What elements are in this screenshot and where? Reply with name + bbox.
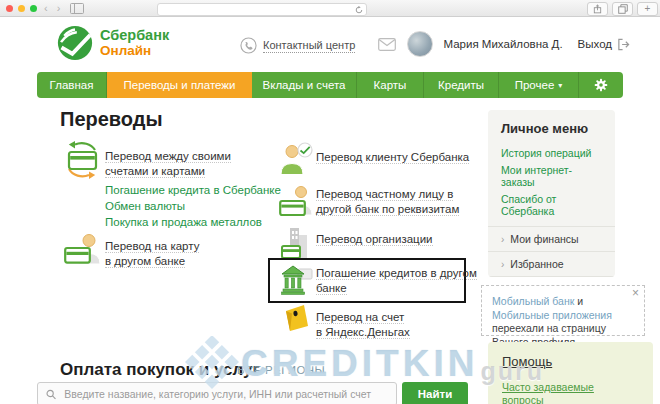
tab-deposits-accounts[interactable]: Вклады и счета [252,72,357,98]
personal-menu-links: История операций Мои интернет-заказы Спа… [488,145,615,226]
close-icon[interactable]: × [632,287,639,301]
search-icon [46,389,56,400]
personal-menu-title: Личное меню [488,121,615,145]
phone-icon [240,37,257,54]
new-tab-button[interactable]: + [637,2,658,16]
link-internet-orders[interactable]: Мои интернет-заказы [501,164,602,188]
link-operations-history[interactable]: История операций [501,147,602,159]
logout-label: Выход [578,38,612,50]
brand-subname: Онлайн [100,44,169,59]
payments-title: Оплата покупок и услуг [60,360,260,380]
item-transfer-between-accounts[interactable]: Перевод между своими счетами и картами [105,149,231,179]
organization-icon[interactable] [281,226,313,260]
item-transfer-card-other-bank[interactable]: Перевод на карту в другом банке [105,239,199,269]
browser-actions: + [587,2,658,16]
page-title: Переводы [60,108,163,131]
forward-icon[interactable]: › [55,3,63,14]
tab-cards[interactable]: Карты [357,72,424,98]
avatar[interactable] [407,31,433,57]
share-icon[interactable] [587,2,608,16]
sber-client-icon[interactable] [279,142,313,176]
link-spasibo[interactable]: Спасибо от Сбербанка [501,193,602,217]
tabs-overview-icon[interactable] [612,2,633,16]
tab-loans-label: Кредиты [438,79,484,91]
sberbank-logo-icon [57,25,93,61]
bank-building-icon[interactable] [281,265,313,295]
faq-link[interactable]: Часто задаваемые вопросы [502,381,607,404]
main-nav: Главная Переводы и платежи Вклады и счет… [37,72,623,98]
address-bar[interactable] [157,3,367,16]
link-currency-exchange[interactable]: Обмен валюты [105,200,281,212]
site-header: Сбербанк Онлайн Контактный центр Мария М… [0,17,660,67]
chevron-right-icon: › [501,234,504,245]
sidebar-item-label: Избранное [510,258,563,270]
mobile-bank-link[interactable]: Мобильный банк [492,295,574,307]
tab-transfers-payments[interactable]: Переводы и платежи [107,72,252,98]
sberbank-online-window: ‹ › + С [0,0,660,404]
item-label: Перевод на карту в другом банке [105,240,199,268]
minimize-window-button[interactable] [18,5,25,12]
card-transfer-icon[interactable] [62,141,102,179]
item-label: Перевод на счет в Яндекс.Деньгах [316,311,410,339]
browser-toolbar: ‹ › + [0,0,660,17]
user-name: Мария Михайловна Д. [444,38,563,50]
chevron-right-icon: › [501,259,504,270]
logout-icon [617,38,630,51]
item-label: Перевод клиенту Сбербанка [316,151,469,164]
contact-center-label: Контактный центр [263,39,355,53]
sberbank-logo[interactable]: Сбербанк Онлайн [57,25,169,61]
contact-center-link[interactable]: Контактный центр [240,37,355,54]
personal-menu: Личное меню История операций Мои интерне… [488,110,615,277]
tab-other-label: Прочее [515,79,555,91]
link-metals[interactable]: Покупка и продажа металлов [105,216,281,228]
help-panel: Помощь Часто задаваемые вопросы [488,342,653,404]
item-transfer-private-person[interactable]: Перевод частному лицу в другой банк по р… [316,187,459,217]
item-transfer-yandex-money[interactable]: Перевод на счет в Яндекс.Деньгах [316,310,410,340]
mobile-apps-link[interactable]: Мобильные приложения [492,309,612,321]
sidebar-item-my-finances[interactable]: › Мои финансы [488,226,615,251]
dropdown-caret-icon: ▾ [558,81,562,90]
sidebar-item-my-templates[interactable]: › Мои шаблоны [488,276,615,277]
back-icon[interactable]: ‹ [42,3,50,14]
tab-home[interactable]: Главная [37,72,107,98]
private-person-icon[interactable] [279,184,313,218]
item-transfer-sber-client[interactable]: Перевод клиенту Сбербанка [316,150,469,165]
notice-text: и [574,295,583,307]
yandex-money-icon[interactable] [283,304,309,332]
sidebar-item-label: Мои финансы [510,233,578,245]
transfers-quick-links: Погашение кредита в Сбербанке Обмен валю… [105,184,281,228]
item-label: Перевод частному лицу в другой банк по р… [316,188,459,216]
search-button[interactable]: Найти [402,382,468,404]
user-block: Мария Михайловна Д. Выход [378,31,630,57]
link-loan-repayment-sber[interactable]: Погашение кредита в Сбербанке [105,184,281,196]
item-loan-repayment-other-bank[interactable]: Погашение кредитов в другом банке [316,266,477,296]
tab-home-label: Главная [50,79,94,91]
help-title-link[interactable]: Помощь [502,354,639,369]
item-label: Перевод организации [316,233,433,246]
item-label: Перевод между своими счетами и картами [105,150,231,178]
item-transfer-organization[interactable]: Перевод организации [316,232,433,247]
tab-transfers-label: Переводы и платежи [124,79,236,91]
mobile-bank-notice: × Мобильный банк и Мобильные приложения … [481,285,645,336]
messages-icon[interactable] [378,38,396,51]
close-window-button[interactable] [6,5,13,12]
card-other-bank-icon[interactable] [64,233,100,267]
reload-icon[interactable] [355,6,363,14]
sidebar-item-favorites[interactable]: › Избранное [488,251,615,276]
region-selector[interactable]: ВСЕ РЕГИОНЫ [237,364,325,376]
gear-icon [594,78,608,92]
logout-link[interactable]: Выход [578,38,630,51]
tab-deposits-label: Вклады и счета [263,79,346,91]
tab-cards-label: Карты [374,79,407,91]
nav-settings[interactable] [579,72,623,98]
brand-name: Сбербанк [100,28,169,44]
services-search [37,382,397,404]
item-label: Погашение кредитов в другом банке [316,267,477,295]
tab-other[interactable]: Прочее ▾ [499,72,579,98]
tab-loans[interactable]: Кредиты [424,72,499,98]
search-input[interactable] [62,387,388,401]
zoom-window-button[interactable] [30,5,37,12]
sidebar-toggle-icon[interactable] [70,3,84,14]
